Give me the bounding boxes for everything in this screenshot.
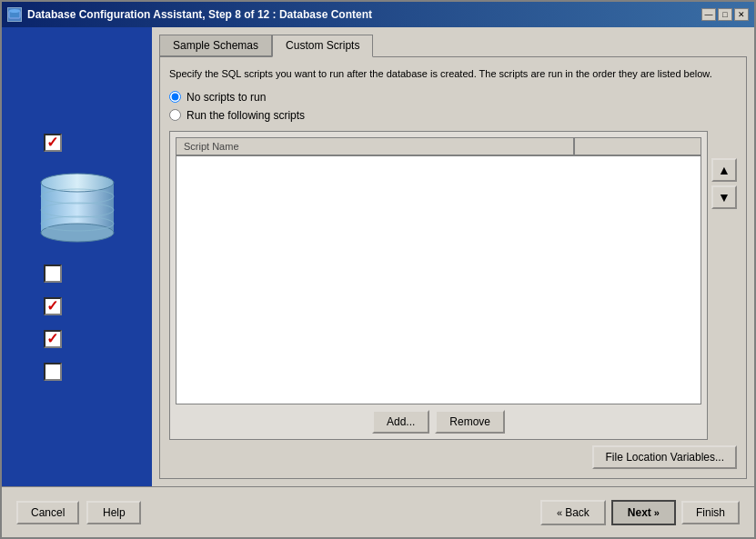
checkbox-checked-1 <box>44 134 62 152</box>
main-content: Sample Schemas Custom Scripts Specify th… <box>2 27 754 486</box>
main-window: Database Configuration Assistant, Step 8… <box>0 0 756 539</box>
window-title: Database Configuration Assistant, Step 8… <box>27 8 372 21</box>
scripts-col-name: Script Name <box>176 137 574 155</box>
svg-point-1 <box>9 9 20 13</box>
svg-point-4 <box>41 224 114 242</box>
right-panel: Sample Schemas Custom Scripts Specify th… <box>152 27 754 486</box>
scripts-section: Script Name Add... Remove <box>169 131 708 441</box>
cancel-button[interactable]: Cancel <box>16 501 79 524</box>
maximize-button[interactable]: □ <box>718 8 732 21</box>
app-icon <box>7 7 22 22</box>
scripts-header: Script Name <box>176 137 701 155</box>
scripts-list[interactable] <box>176 155 701 405</box>
next-button[interactable]: Next <box>611 500 676 525</box>
radio-group: No scripts to run Run the following scri… <box>169 91 737 122</box>
description-text: Specify the SQL scripts you want to run … <box>169 66 737 82</box>
window-body: Sample Schemas Custom Scripts Specify th… <box>2 27 754 537</box>
tab-content: Specify the SQL scripts you want to run … <box>159 56 747 479</box>
database-icon <box>36 172 118 245</box>
move-down-button[interactable]: ▼ <box>711 185 737 209</box>
tab-custom-scripts[interactable]: Custom Scripts <box>272 35 373 57</box>
scripts-add-remove: Add... Remove <box>176 410 701 434</box>
scripts-nav-buttons: ▲ ▼ <box>711 131 737 441</box>
left-checkbox-2 <box>36 261 118 286</box>
left-checkbox-3 <box>36 294 118 319</box>
back-button[interactable]: Back <box>540 500 606 525</box>
checkbox-checked-4 <box>44 330 62 348</box>
finish-button[interactable]: Finish <box>681 501 740 524</box>
remove-button[interactable]: Remove <box>435 410 505 434</box>
checkbox-unchecked-5 <box>44 363 62 381</box>
left-checkbox-1 <box>36 130 118 155</box>
add-button[interactable]: Add... <box>372 410 429 434</box>
move-up-button[interactable]: ▲ <box>711 158 737 182</box>
left-checkbox-5 <box>36 359 118 384</box>
radio-no-scripts[interactable]: No scripts to run <box>169 91 737 104</box>
checkbox-unchecked-2 <box>44 265 62 283</box>
file-location-button[interactable]: File Location Variables... <box>592 445 737 469</box>
radio-run-scripts[interactable]: Run the following scripts <box>169 109 737 122</box>
close-button[interactable]: ✕ <box>734 8 749 21</box>
bottom-bar: Cancel Help Back Next Finish <box>2 486 754 537</box>
next-arrow-icon <box>654 506 660 519</box>
file-location-row: File Location Variables... <box>169 445 737 469</box>
tab-sample-schemas[interactable]: Sample Schemas <box>159 35 272 56</box>
checkbox-checked-3 <box>44 297 62 315</box>
left-checkbox-4 <box>36 326 118 352</box>
scripts-area: Script Name Add... Remove ▲ ▼ <box>169 131 737 441</box>
tabs-container: Sample Schemas Custom Scripts <box>159 35 747 56</box>
minimize-button[interactable]: — <box>701 8 716 21</box>
left-panel <box>2 27 152 486</box>
help-button[interactable]: Help <box>86 501 141 524</box>
title-bar: Database Configuration Assistant, Step 8… <box>2 2 754 27</box>
db-icon-container <box>36 130 118 384</box>
back-arrow-icon <box>557 506 562 519</box>
scripts-col-empty <box>574 137 701 155</box>
